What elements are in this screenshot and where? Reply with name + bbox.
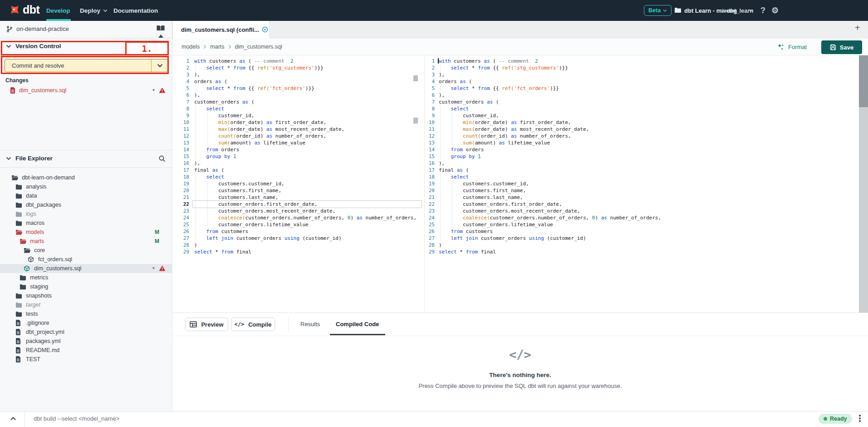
code-line[interactable]: 23 customer_orders.most_recent_order_dat… — [172, 208, 422, 214]
code-line[interactable]: 29select * from final — [427, 248, 850, 255]
code-line[interactable]: 28) — [172, 242, 422, 248]
editor-scrollbar-thumb[interactable] — [859, 55, 868, 107]
code-line[interactable]: 27 left join customer_orders using (cust… — [427, 235, 850, 242]
compile-button[interactable]: </> Compile — [231, 318, 275, 331]
chevron-up-icon[interactable] — [10, 417, 16, 421]
code-line[interactable]: 12 count(order_id) as number_of_orders, — [172, 133, 422, 139]
code-line[interactable]: 16), — [427, 160, 850, 167]
dbt-logo-icon[interactable] — [7, 4, 21, 17]
code-line[interactable]: 18 select — [427, 174, 850, 180]
chevron-down-icon[interactable] — [6, 157, 11, 160]
breadcrumb-marts[interactable]: marts — [210, 44, 224, 50]
format-button[interactable]: Format — [777, 43, 807, 51]
tab-dim-customers[interactable]: dim_customers.sql (confli... — [172, 21, 270, 38]
code-line[interactable]: 6), — [172, 92, 422, 99]
code-line[interactable]: 8 select — [172, 105, 422, 112]
code-line[interactable]: 28) — [427, 242, 850, 248]
tree-item-tests[interactable]: tests — [0, 309, 172, 318]
tree-item-metrics[interactable]: metrics — [0, 273, 172, 282]
code-line[interactable]: 7customer_orders as ( — [427, 99, 850, 105]
tree-item-fct-orders-sql[interactable]: fct_orders.sql — [0, 255, 172, 264]
code-line[interactable]: 9 customer_id, — [172, 112, 422, 119]
code-line[interactable]: 3), — [427, 71, 850, 78]
chevron-down-icon[interactable] — [749, 9, 753, 12]
tree-item-data[interactable]: data — [0, 191, 172, 200]
code-line[interactable]: 2 select * from {{ ref('stg_customers')}… — [427, 65, 850, 71]
code-line[interactable]: 20 customers.first_name, — [427, 187, 850, 194]
nav-item-deploy[interactable]: Deploy — [80, 0, 108, 21]
chevron-down-icon[interactable] — [6, 45, 11, 48]
tab-compiled-code[interactable]: Compiled Code — [336, 321, 379, 328]
beta-dropdown[interactable]: Beta — [644, 5, 672, 16]
search-icon[interactable] — [158, 155, 166, 162]
tab-results[interactable]: Results — [300, 321, 320, 328]
code-line[interactable]: 17final as ( — [427, 167, 850, 174]
help-icon[interactable]: ? — [760, 0, 765, 21]
code-line[interactable]: 24 coalesce(customer_orders.number_of_or… — [427, 214, 850, 221]
save-button[interactable]: Save — [821, 40, 862, 54]
code-line[interactable]: 21 customers.last_name, — [427, 194, 850, 201]
editor-pane-right[interactable]: 1with customers as ( -- comment 22 selec… — [427, 55, 850, 313]
code-line[interactable]: 19 customers.customer_id, — [172, 180, 422, 187]
code-line[interactable]: 15 group by 1 — [172, 153, 422, 160]
tree-item-analysis[interactable]: analysis — [0, 182, 172, 191]
code-line[interactable]: 25 customer_orders.lifetime_value — [427, 221, 850, 228]
code-line[interactable]: 3), — [172, 71, 422, 78]
tree-item-macros[interactable]: macros — [0, 218, 172, 228]
branch-row[interactable]: on-demand-practice — [0, 21, 172, 38]
code-line[interactable]: 29select * from final — [172, 248, 422, 255]
code-line[interactable]: 1with customers as ( -- comment 2 — [172, 58, 422, 65]
tree-item-dbt-packages[interactable]: dbt_packages — [0, 200, 172, 209]
code-line[interactable]: 7customer_orders as ( — [172, 99, 422, 105]
tree-item-snapshots[interactable]: snapshots — [0, 291, 172, 300]
command-input[interactable]: dbt build --select <model_name> — [34, 415, 119, 422]
code-line[interactable]: 27 left join customer_orders using (cust… — [172, 235, 422, 242]
new-tab-plus-icon[interactable]: + — [855, 23, 860, 33]
code-line[interactable]: 14 from orders — [427, 146, 850, 153]
code-line[interactable]: 11 max(order_date) as most_recent_order_… — [427, 126, 850, 133]
tree-item-test[interactable]: TEST — [0, 355, 172, 364]
editor-pane-left[interactable]: 1with customers as ( -- comment 22 selec… — [172, 55, 422, 313]
tree-item-dbt-learn-on-demand[interactable]: dbt-learn-on-demand — [0, 173, 172, 182]
code-line[interactable]: 13 sum(amount) as lifetime_value — [427, 139, 850, 146]
code-line[interactable]: 2 select * from {{ ref('stg_customers')}… — [172, 65, 422, 71]
code-line[interactable]: 22 customer_orders.first_order_date, — [427, 201, 850, 208]
commit-and-resolve-button[interactable]: Commit and resolve — [5, 59, 168, 72]
changed-file-row[interactable]: dim_customers.sql • — [0, 86, 172, 95]
code-line[interactable]: 9 customer_id, — [427, 112, 850, 119]
tree-item-models[interactable]: modelsM — [0, 228, 172, 237]
tree-item-logs[interactable]: logs — [0, 209, 172, 218]
code-line[interactable]: 26 from customers — [427, 228, 850, 235]
breadcrumb-file[interactable]: dim_customers.sql — [235, 44, 282, 50]
tree-item--gitignore[interactable]: .gitignore — [0, 318, 172, 328]
code-line[interactable]: 13 sum(amount) as lifetime_value — [172, 139, 422, 146]
code-line[interactable]: 15 group by 1 — [427, 153, 850, 160]
version-control-title[interactable]: Version Control — [15, 43, 61, 50]
code-line[interactable]: 16), — [172, 160, 422, 167]
tree-item-dim-customers-sql[interactable]: dim_customers.sql• — [0, 264, 172, 273]
nav-item-develop[interactable]: Develop — [46, 0, 70, 21]
code-line[interactable]: 19 customers.customer_id, — [427, 180, 850, 187]
code-line[interactable]: 12 count(order_id) as number_of_orders, — [427, 133, 850, 139]
file-explorer-title[interactable]: File Explorer — [15, 155, 53, 162]
code-line[interactable]: 17final as ( — [172, 167, 422, 174]
code-line[interactable]: 10 min(order_date) as first_order_date, — [427, 119, 850, 126]
docs-book-icon[interactable] — [156, 25, 165, 32]
tree-item-dbt-project-yml[interactable]: dbt_project.yml — [0, 328, 172, 337]
tree-item-readme-md[interactable]: README.md — [0, 346, 172, 355]
code-line[interactable]: 1with customers as ( -- comment 2 — [427, 58, 850, 65]
code-line[interactable]: 5 select * from {{ ref('fct_orders')}} — [172, 85, 422, 92]
code-line[interactable]: 21 customers.last_name, — [172, 194, 422, 201]
code-line[interactable]: 10 min(order_date) as first_order_date, — [172, 119, 422, 126]
code-line[interactable]: 14 from orders — [172, 146, 422, 153]
tree-item-staging[interactable]: staging — [0, 282, 172, 291]
gear-icon[interactable]: ⚙ — [771, 0, 779, 21]
code-line[interactable]: 25 customer_orders.lifetime_value — [172, 221, 422, 228]
code-line[interactable]: 6), — [427, 92, 850, 99]
commit-options-caret[interactable] — [151, 60, 168, 72]
breadcrumb-models[interactable]: models — [181, 44, 200, 50]
code-line[interactable]: 4orders as ( — [172, 78, 422, 85]
tree-item-target[interactable]: target — [0, 300, 172, 309]
code-line[interactable]: 18 select — [172, 174, 422, 180]
code-line[interactable]: 11 max(order_date) as most_recent_order_… — [172, 126, 422, 133]
